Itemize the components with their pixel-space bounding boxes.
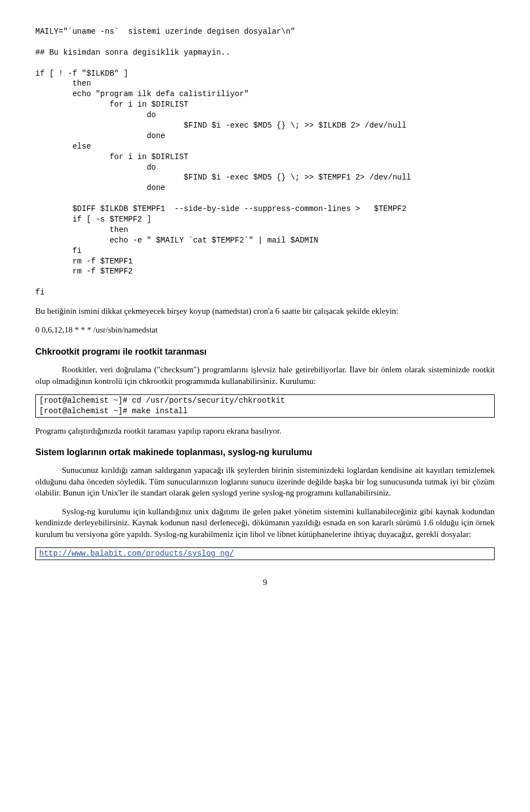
heading-chkrootkit: Chkrootkit programı ile rootkit taranmas… <box>35 346 495 358</box>
paragraph-syslog-1: Sunucunuz kırıldığı zaman saldırganın ya… <box>35 465 495 498</box>
paragraph-report: Programı çalıştırdığınızda rootkit taram… <box>35 425 495 436</box>
heading-syslog: Sistem loglarının ortak makinede toplanm… <box>35 446 495 458</box>
paragraph-intro: Bu betiğinin ismini dikkat çekmeyecek bi… <box>35 305 495 317</box>
paragraph-chkrootkit: Rootkitler, veri doğrulama ("checksum") … <box>35 364 495 387</box>
page-number: 9 <box>35 577 495 588</box>
cron-line: 0 0,6,12,18 * * * /usr/sbin/namedstat <box>35 324 495 335</box>
link-box: http://www.balabit.com/products/syslog_n… <box>35 547 495 560</box>
terminal-box-chkrootkit: [root@alchemist ~]# cd /usr/ports/securi… <box>35 394 495 418</box>
syslog-link[interactable]: http://www.balabit.com/products/syslog_n… <box>39 549 234 558</box>
script-code-block: MAILY="`uname -ns` sistemi uzerinde degi… <box>35 27 495 298</box>
paragraph-syslog-2: Syslog-ng kurulumu için kullandığınız un… <box>35 506 495 540</box>
